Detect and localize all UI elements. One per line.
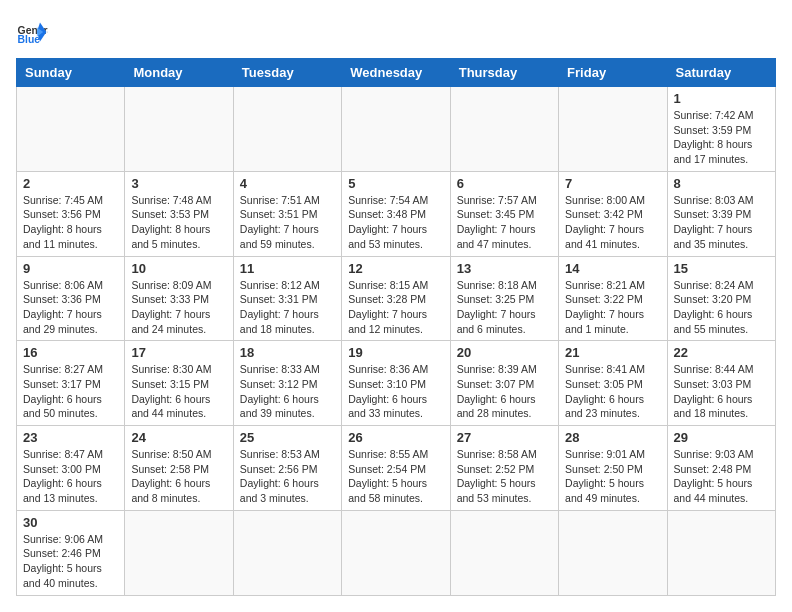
- col-header-thursday: Thursday: [450, 59, 558, 87]
- day-info: Sunrise: 8:39 AMSunset: 3:07 PMDaylight:…: [457, 362, 552, 421]
- col-header-monday: Monday: [125, 59, 233, 87]
- week-row-4: 16Sunrise: 8:27 AMSunset: 3:17 PMDayligh…: [17, 341, 776, 426]
- day-cell: [450, 87, 558, 172]
- day-number: 29: [674, 430, 769, 445]
- day-cell: [559, 510, 667, 595]
- day-number: 26: [348, 430, 443, 445]
- day-cell: 5Sunrise: 7:54 AMSunset: 3:48 PMDaylight…: [342, 171, 450, 256]
- day-number: 12: [348, 261, 443, 276]
- day-cell: 19Sunrise: 8:36 AMSunset: 3:10 PMDayligh…: [342, 341, 450, 426]
- day-cell: 13Sunrise: 8:18 AMSunset: 3:25 PMDayligh…: [450, 256, 558, 341]
- page-header: General Blue: [16, 16, 776, 48]
- day-cell: 12Sunrise: 8:15 AMSunset: 3:28 PMDayligh…: [342, 256, 450, 341]
- day-number: 21: [565, 345, 660, 360]
- day-cell: [342, 510, 450, 595]
- day-cell: [125, 87, 233, 172]
- day-number: 27: [457, 430, 552, 445]
- day-cell: 6Sunrise: 7:57 AMSunset: 3:45 PMDaylight…: [450, 171, 558, 256]
- day-cell: 3Sunrise: 7:48 AMSunset: 3:53 PMDaylight…: [125, 171, 233, 256]
- day-info: Sunrise: 8:15 AMSunset: 3:28 PMDaylight:…: [348, 278, 443, 337]
- day-number: 13: [457, 261, 552, 276]
- day-info: Sunrise: 8:44 AMSunset: 3:03 PMDaylight:…: [674, 362, 769, 421]
- day-cell: 11Sunrise: 8:12 AMSunset: 3:31 PMDayligh…: [233, 256, 341, 341]
- day-cell: 14Sunrise: 8:21 AMSunset: 3:22 PMDayligh…: [559, 256, 667, 341]
- day-number: 4: [240, 176, 335, 191]
- day-cell: 28Sunrise: 9:01 AMSunset: 2:50 PMDayligh…: [559, 426, 667, 511]
- day-info: Sunrise: 8:03 AMSunset: 3:39 PMDaylight:…: [674, 193, 769, 252]
- day-number: 18: [240, 345, 335, 360]
- day-cell: 20Sunrise: 8:39 AMSunset: 3:07 PMDayligh…: [450, 341, 558, 426]
- day-info: Sunrise: 8:47 AMSunset: 3:00 PMDaylight:…: [23, 447, 118, 506]
- day-cell: 7Sunrise: 8:00 AMSunset: 3:42 PMDaylight…: [559, 171, 667, 256]
- day-cell: [667, 510, 775, 595]
- day-cell: 2Sunrise: 7:45 AMSunset: 3:56 PMDaylight…: [17, 171, 125, 256]
- day-info: Sunrise: 7:51 AMSunset: 3:51 PMDaylight:…: [240, 193, 335, 252]
- day-cell: 22Sunrise: 8:44 AMSunset: 3:03 PMDayligh…: [667, 341, 775, 426]
- day-cell: 24Sunrise: 8:50 AMSunset: 2:58 PMDayligh…: [125, 426, 233, 511]
- day-number: 19: [348, 345, 443, 360]
- day-info: Sunrise: 9:01 AMSunset: 2:50 PMDaylight:…: [565, 447, 660, 506]
- day-number: 15: [674, 261, 769, 276]
- day-info: Sunrise: 8:55 AMSunset: 2:54 PMDaylight:…: [348, 447, 443, 506]
- day-cell: [342, 87, 450, 172]
- header-row: SundayMondayTuesdayWednesdayThursdayFrid…: [17, 59, 776, 87]
- week-row-1: 1Sunrise: 7:42 AMSunset: 3:59 PMDaylight…: [17, 87, 776, 172]
- day-number: 20: [457, 345, 552, 360]
- day-info: Sunrise: 9:06 AMSunset: 2:46 PMDaylight:…: [23, 532, 118, 591]
- day-number: 9: [23, 261, 118, 276]
- day-info: Sunrise: 8:27 AMSunset: 3:17 PMDaylight:…: [23, 362, 118, 421]
- day-cell: 29Sunrise: 9:03 AMSunset: 2:48 PMDayligh…: [667, 426, 775, 511]
- day-info: Sunrise: 8:00 AMSunset: 3:42 PMDaylight:…: [565, 193, 660, 252]
- day-info: Sunrise: 8:21 AMSunset: 3:22 PMDaylight:…: [565, 278, 660, 337]
- day-info: Sunrise: 8:06 AMSunset: 3:36 PMDaylight:…: [23, 278, 118, 337]
- day-info: Sunrise: 8:24 AMSunset: 3:20 PMDaylight:…: [674, 278, 769, 337]
- week-row-5: 23Sunrise: 8:47 AMSunset: 3:00 PMDayligh…: [17, 426, 776, 511]
- day-cell: [559, 87, 667, 172]
- day-cell: 16Sunrise: 8:27 AMSunset: 3:17 PMDayligh…: [17, 341, 125, 426]
- col-header-friday: Friday: [559, 59, 667, 87]
- day-number: 6: [457, 176, 552, 191]
- day-info: Sunrise: 7:48 AMSunset: 3:53 PMDaylight:…: [131, 193, 226, 252]
- day-cell: 8Sunrise: 8:03 AMSunset: 3:39 PMDaylight…: [667, 171, 775, 256]
- day-info: Sunrise: 8:41 AMSunset: 3:05 PMDaylight:…: [565, 362, 660, 421]
- day-number: 5: [348, 176, 443, 191]
- day-cell: 4Sunrise: 7:51 AMSunset: 3:51 PMDaylight…: [233, 171, 341, 256]
- day-cell: 25Sunrise: 8:53 AMSunset: 2:56 PMDayligh…: [233, 426, 341, 511]
- day-info: Sunrise: 8:36 AMSunset: 3:10 PMDaylight:…: [348, 362, 443, 421]
- col-header-wednesday: Wednesday: [342, 59, 450, 87]
- day-cell: [125, 510, 233, 595]
- day-cell: 18Sunrise: 8:33 AMSunset: 3:12 PMDayligh…: [233, 341, 341, 426]
- day-info: Sunrise: 7:57 AMSunset: 3:45 PMDaylight:…: [457, 193, 552, 252]
- day-info: Sunrise: 7:54 AMSunset: 3:48 PMDaylight:…: [348, 193, 443, 252]
- day-info: Sunrise: 8:58 AMSunset: 2:52 PMDaylight:…: [457, 447, 552, 506]
- logo-icon: General Blue: [16, 16, 48, 48]
- day-info: Sunrise: 7:42 AMSunset: 3:59 PMDaylight:…: [674, 108, 769, 167]
- day-number: 28: [565, 430, 660, 445]
- day-cell: 23Sunrise: 8:47 AMSunset: 3:00 PMDayligh…: [17, 426, 125, 511]
- day-info: Sunrise: 8:09 AMSunset: 3:33 PMDaylight:…: [131, 278, 226, 337]
- logo: General Blue: [16, 16, 48, 48]
- day-number: 2: [23, 176, 118, 191]
- day-cell: [233, 87, 341, 172]
- day-cell: [233, 510, 341, 595]
- day-number: 22: [674, 345, 769, 360]
- day-number: 30: [23, 515, 118, 530]
- day-cell: 21Sunrise: 8:41 AMSunset: 3:05 PMDayligh…: [559, 341, 667, 426]
- day-number: 16: [23, 345, 118, 360]
- day-number: 23: [23, 430, 118, 445]
- day-info: Sunrise: 8:53 AMSunset: 2:56 PMDaylight:…: [240, 447, 335, 506]
- day-cell: 30Sunrise: 9:06 AMSunset: 2:46 PMDayligh…: [17, 510, 125, 595]
- day-cell: [17, 87, 125, 172]
- week-row-2: 2Sunrise: 7:45 AMSunset: 3:56 PMDaylight…: [17, 171, 776, 256]
- day-number: 14: [565, 261, 660, 276]
- day-number: 10: [131, 261, 226, 276]
- day-cell: 10Sunrise: 8:09 AMSunset: 3:33 PMDayligh…: [125, 256, 233, 341]
- col-header-saturday: Saturday: [667, 59, 775, 87]
- day-cell: 1Sunrise: 7:42 AMSunset: 3:59 PMDaylight…: [667, 87, 775, 172]
- day-cell: 26Sunrise: 8:55 AMSunset: 2:54 PMDayligh…: [342, 426, 450, 511]
- day-number: 7: [565, 176, 660, 191]
- day-cell: 15Sunrise: 8:24 AMSunset: 3:20 PMDayligh…: [667, 256, 775, 341]
- day-cell: 9Sunrise: 8:06 AMSunset: 3:36 PMDaylight…: [17, 256, 125, 341]
- day-cell: 17Sunrise: 8:30 AMSunset: 3:15 PMDayligh…: [125, 341, 233, 426]
- day-number: 17: [131, 345, 226, 360]
